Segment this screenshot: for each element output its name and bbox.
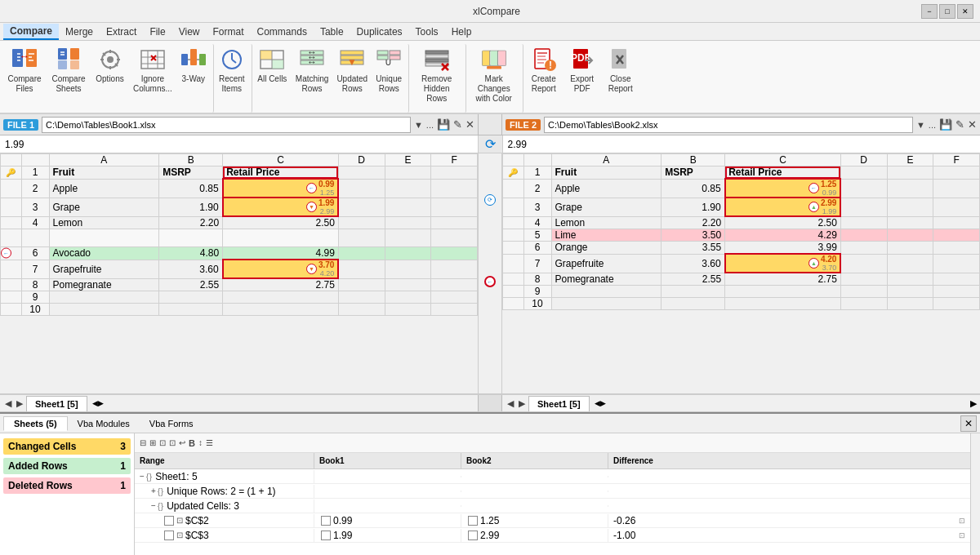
- menu-extract[interactable]: Extract: [100, 24, 143, 39]
- detail-toolbar-undo[interactable]: ↩: [179, 438, 185, 447]
- sheet-tab-1[interactable]: Sheet1 [5]: [26, 396, 87, 411]
- sheet-scroll-right-2[interactable]: ▶: [517, 398, 527, 409]
- svg-rect-65: [482, 51, 489, 65]
- mark-changes-icon: [481, 47, 507, 73]
- updated-rows-button[interactable]: ▼ UpdatedRows: [333, 44, 371, 113]
- minimize-button[interactable]: −: [921, 4, 938, 19]
- file2-save-icon[interactable]: 💾: [939, 118, 952, 131]
- close-window-button[interactable]: ✕: [957, 4, 973, 19]
- change-tri-up-icon: ▲: [808, 202, 819, 212]
- table-row: 2 Apple 0.85 ← 0.99 1.25: [1, 179, 478, 198]
- bottom-panel: Sheets (5) Vba Modules Vba Forms ✕ Chang…: [0, 412, 980, 555]
- summary-deleted-rows[interactable]: Deleted Rows 1: [3, 477, 131, 494]
- file2-dropdown-icon[interactable]: ▼: [916, 120, 925, 130]
- detail-toolbar-bold[interactable]: B: [189, 438, 195, 448]
- file2-edit-icon[interactable]: ✎: [956, 118, 964, 131]
- row-change-indicator[interactable]: ←: [484, 276, 496, 287]
- summary-changed-cells[interactable]: Changed Cells 3: [3, 438, 131, 455]
- menu-help[interactable]: Help: [445, 24, 479, 39]
- menu-merge[interactable]: Merge: [59, 24, 100, 39]
- svg-point-16: [107, 56, 114, 63]
- sheet-hscroll-btn-right[interactable]: ▶: [970, 398, 977, 409]
- menu-format[interactable]: Format: [207, 24, 251, 39]
- scroll-sync-btn1[interactable]: ⟳: [484, 194, 496, 206]
- options-button[interactable]: Options: [91, 44, 128, 113]
- detail-expand-unique[interactable]: +: [151, 486, 156, 495]
- file2-close-icon[interactable]: ✕: [968, 118, 977, 131]
- matching-rows-button[interactable]: ↔ ↔ ↔ MatchingRows: [292, 44, 332, 113]
- detail-expand-sheet1[interactable]: −: [140, 472, 145, 481]
- menu-file[interactable]: File: [143, 24, 172, 39]
- detail-vscrollbar[interactable]: [970, 433, 980, 555]
- file1-path[interactable]: [42, 117, 411, 133]
- compare-sheets-label: CompareSheets: [51, 74, 85, 94]
- changed-cell-7: ▲ 4.20 3.70: [725, 254, 841, 273]
- sync-icon[interactable]: ⟳: [485, 136, 496, 152]
- file1-edit-icon[interactable]: ✎: [453, 118, 462, 131]
- file1-close-icon[interactable]: ✕: [466, 118, 474, 131]
- sheet-scroll-left-1[interactable]: ◀: [3, 398, 13, 409]
- mark-changes-button[interactable]: Mark Changeswith Color: [468, 44, 523, 113]
- menu-table[interactable]: Table: [314, 24, 350, 39]
- list-item: − {} Sheet1: 5: [135, 469, 970, 484]
- file1-dropdown-icon[interactable]: ▼: [414, 120, 423, 130]
- menu-tools[interactable]: Tools: [409, 24, 445, 39]
- bottom-tab-sheets[interactable]: Sheets (5): [3, 416, 68, 431]
- ignore-columns-button[interactable]: IgnoreColumns...: [130, 44, 176, 113]
- options-label: Options: [96, 74, 123, 84]
- all-cells-button[interactable]: All Cells: [254, 44, 291, 113]
- checkbox-c3[interactable]: [164, 531, 174, 540]
- 3way-button[interactable]: 3-Way: [177, 44, 214, 113]
- sheet-hscroll-2[interactable]: ◀▶: [591, 399, 609, 407]
- detail-expand-updated[interactable]: −: [151, 501, 156, 510]
- svg-rect-10: [58, 60, 67, 69]
- ignore-columns-label: IgnoreColumns...: [133, 74, 172, 94]
- bottom-tab-vba-modules[interactable]: Vba Modules: [68, 417, 140, 430]
- svg-rect-67: [498, 51, 506, 65]
- title-bar: xlCompare − □ ✕: [0, 0, 980, 23]
- detail-toolbar-filter2[interactable]: ⊡: [169, 438, 176, 447]
- file2-more-icon[interactable]: ...: [929, 120, 936, 130]
- bottom-tab-vba-forms[interactable]: Vba Forms: [140, 417, 203, 430]
- svg-rect-9: [58, 48, 67, 60]
- detail-toolbar-list[interactable]: ☰: [206, 438, 213, 447]
- sheet-scroll-right-1[interactable]: ▶: [15, 398, 24, 409]
- export-pdf-button[interactable]: PDF ExportPDF: [564, 44, 600, 113]
- svg-rect-54: [390, 51, 400, 55]
- sheet-tab-2[interactable]: Sheet1 [5]: [528, 396, 590, 411]
- detail-toolbar-filter1[interactable]: ⊡: [159, 438, 166, 447]
- svg-rect-30: [181, 54, 188, 65]
- menu-duplicates[interactable]: Duplicates: [350, 24, 409, 39]
- recent-items-button[interactable]: RecentItems: [216, 44, 252, 113]
- menu-commands[interactable]: Commands: [251, 24, 314, 39]
- detail-toolbar-expand[interactable]: ⊞: [149, 438, 156, 447]
- detail-toolbar-sort[interactable]: ↕: [198, 438, 203, 447]
- file1-more-icon[interactable]: ...: [426, 120, 434, 130]
- svg-text:!: !: [549, 60, 552, 71]
- bottom-close-btn[interactable]: ✕: [960, 415, 977, 432]
- close-report-button[interactable]: CloseReport: [602, 44, 639, 113]
- list-item: ⊡ $C$3 1.99 2.99 -1.00 ⊡: [135, 528, 970, 543]
- remove-hidden-rows-button[interactable]: RemoveHidden Rows: [411, 44, 466, 113]
- options-icon: [97, 47, 123, 73]
- file2-path[interactable]: [544, 117, 913, 133]
- grid2-col-c: C: [725, 154, 841, 166]
- detail-toolbar-collapse[interactable]: ⊟: [140, 438, 146, 447]
- file1-save-icon[interactable]: 💾: [437, 118, 450, 131]
- summary-added-rows[interactable]: Added Rows 1: [3, 458, 131, 474]
- unique-rows-button[interactable]: ∪ UniqueRows: [372, 44, 409, 113]
- ignore-columns-icon: [140, 47, 166, 73]
- menu-compare[interactable]: Compare: [3, 24, 59, 40]
- menu-view[interactable]: View: [172, 24, 207, 39]
- formula-sync-area: ⟳: [479, 135, 503, 153]
- detail-col-difference: Difference: [608, 453, 970, 468]
- svg-rect-59: [425, 55, 448, 58]
- checkbox-c2[interactable]: [164, 516, 174, 526]
- maximize-button[interactable]: □: [939, 4, 956, 19]
- sheet-scroll-left-2[interactable]: ◀: [506, 398, 515, 409]
- sheet-hscroll-1[interactable]: ◀▶: [89, 399, 107, 407]
- create-report-button[interactable]: ! CreateReport: [525, 44, 562, 113]
- compare-sheets-button[interactable]: CompareSheets: [47, 44, 90, 113]
- unique-rows-icon: ∪: [376, 47, 402, 73]
- compare-files-button[interactable]: ↔ CompareFiles: [3, 44, 46, 113]
